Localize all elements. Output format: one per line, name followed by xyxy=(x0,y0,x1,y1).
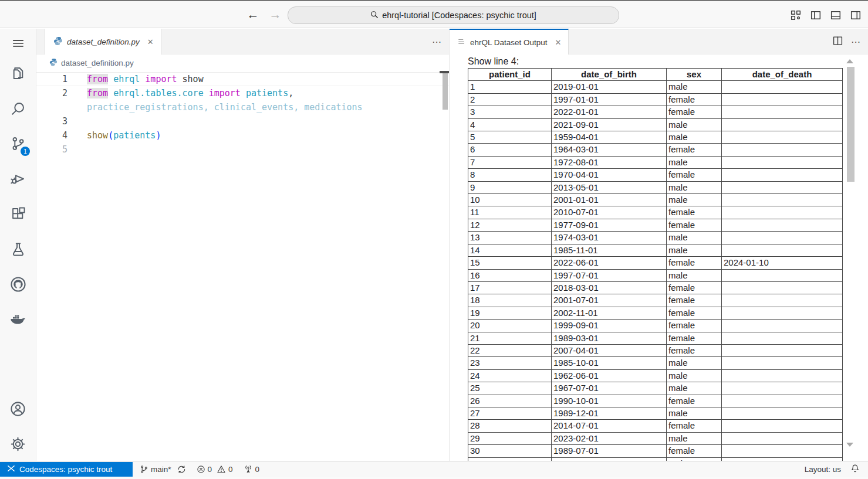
table-cell: 27 xyxy=(468,407,552,419)
close-tab-icon[interactable]: ✕ xyxy=(555,38,562,47)
search-sidebar-icon[interactable] xyxy=(0,95,36,122)
branch-item[interactable]: main* xyxy=(136,462,190,477)
line-number: 1 xyxy=(36,72,67,86)
ports-item[interactable]: 0 xyxy=(240,462,264,477)
table-row: 201999-09-01female xyxy=(468,320,843,332)
code-line[interactable]: 2from ehrql.tables.core import patients, xyxy=(36,86,449,100)
toggle-secondary-sidebar-icon[interactable] xyxy=(850,9,861,21)
table-cell: male xyxy=(667,232,722,244)
table-cell: 2010-07-01 xyxy=(552,206,667,219)
settings-gear-icon[interactable] xyxy=(0,430,36,457)
close-tab-icon[interactable]: ✕ xyxy=(147,38,154,46)
table-cell xyxy=(722,457,843,461)
table-cell xyxy=(722,382,843,395)
table-row: 71972-08-01male xyxy=(468,156,843,168)
tab-dataset-definition[interactable]: dataset_definition.py ✕ xyxy=(45,29,161,55)
table-row: 21997-01-01female xyxy=(468,93,843,106)
table-cell: 5 xyxy=(468,131,552,144)
table-cell: 2022-06-01 xyxy=(552,257,667,269)
breadcrumb[interactable]: dataset_definition.py xyxy=(36,55,449,71)
dataset-output-webview: Show line 4: patient_iddate_of_birthsexd… xyxy=(450,55,868,461)
table-cell xyxy=(722,194,843,206)
scroll-down-arrow[interactable] xyxy=(846,443,853,447)
toggle-primary-sidebar-icon[interactable] xyxy=(810,9,821,21)
notifications-bell-icon[interactable] xyxy=(850,464,860,475)
code-line[interactable]: practice_registrations, clinical_events,… xyxy=(36,100,449,114)
table-cell xyxy=(722,445,843,457)
search-label: ehrql-tutorial [Codespaces: psychic trou… xyxy=(382,11,536,20)
sync-icon[interactable] xyxy=(177,465,186,474)
accounts-icon[interactable] xyxy=(0,395,36,422)
github-icon[interactable] xyxy=(0,271,36,298)
table-cell xyxy=(722,281,843,294)
table-cell: female xyxy=(667,320,722,332)
status-bar: Codespaces: psychic trout main* xyxy=(0,461,868,477)
table-cell xyxy=(722,206,843,219)
table-cell: 21 xyxy=(468,332,552,344)
table-cell: male xyxy=(667,269,722,281)
problems-item[interactable]: 0 0 xyxy=(193,462,237,477)
run-and-debug-icon[interactable] xyxy=(0,165,36,192)
panel-more-actions-icon[interactable]: ⋯ xyxy=(851,36,861,47)
back-arrow[interactable]: ← xyxy=(246,8,259,21)
table-row: 32022-01-01female xyxy=(468,106,843,118)
remote-indicator[interactable]: Codespaces: psychic trout xyxy=(0,462,133,477)
table-cell: male xyxy=(667,457,722,461)
remote-icon xyxy=(7,464,15,474)
table-cell: 1 xyxy=(468,81,552,93)
split-editor-icon[interactable] xyxy=(833,36,843,48)
table-row: 271989-12-01male xyxy=(468,407,843,419)
table-cell: 2007-04-01 xyxy=(552,344,667,356)
code-line[interactable]: 3 xyxy=(36,114,449,128)
table-cell xyxy=(722,395,843,407)
warning-count: 0 xyxy=(228,465,233,474)
explorer-icon[interactable] xyxy=(0,60,36,87)
table-cell: 18 xyxy=(468,294,552,307)
docker-icon[interactable] xyxy=(0,306,36,333)
table-cell: female xyxy=(667,344,722,356)
table-row: 131974-03-01male xyxy=(468,232,843,244)
extensions-icon[interactable] xyxy=(0,201,36,227)
layout-item[interactable]: Layout: us xyxy=(801,462,845,477)
error-icon xyxy=(197,465,205,474)
table-cell: 11 xyxy=(468,206,552,219)
table-row: 51959-04-01male xyxy=(468,131,843,144)
table-cell: 1989-12-01 xyxy=(552,407,667,419)
code-line[interactable]: 4show(patients) xyxy=(36,128,449,142)
column-header: date_of_birth xyxy=(552,69,667,81)
table-cell: 2023-02-01 xyxy=(552,432,667,444)
table-cell: female xyxy=(667,281,722,294)
editor-scrollbar-thumb[interactable] xyxy=(443,73,448,110)
editor-more-actions-icon[interactable]: ⋯ xyxy=(432,36,442,47)
table-cell: 4 xyxy=(468,118,552,131)
tab-ehrql-dataset-output[interactable]: ehrQL Dataset Output ✕ xyxy=(450,29,569,55)
table-row: 161997-07-01male xyxy=(468,269,843,281)
code-line[interactable]: 1from ehrql import show xyxy=(36,72,449,86)
webview-scrollbar-thumb[interactable] xyxy=(847,67,855,182)
table-cell: female xyxy=(667,420,722,432)
table-cell: 2024-01-10 xyxy=(722,257,843,269)
ports-count: 0 xyxy=(255,465,260,474)
table-cell xyxy=(722,131,843,144)
forward-arrow[interactable]: → xyxy=(269,8,282,21)
code-editor[interactable]: 1from ehrql import show2from ehrql.table… xyxy=(36,71,449,157)
table-cell: female xyxy=(667,219,722,231)
command-center-search[interactable]: ehrql-tutorial [Codespaces: psychic trou… xyxy=(288,6,619,24)
menu-icon[interactable] xyxy=(0,30,36,57)
table-row: 192002-11-01female xyxy=(468,307,843,319)
background-window-strip: THEW HEALTH SETTINGS ↔ SETTINGS xyxy=(0,477,868,479)
table-row: 241962-06-01male xyxy=(468,369,843,382)
customize-layout-icon[interactable] xyxy=(790,9,801,21)
code-line[interactable]: 5 xyxy=(36,142,449,157)
table-cell: male xyxy=(667,244,722,256)
testing-beaker-icon[interactable] xyxy=(0,236,36,263)
source-control-icon[interactable]: 1 xyxy=(0,130,36,157)
table-cell xyxy=(722,357,843,369)
table-cell: 1972-08-01 xyxy=(552,156,667,168)
table-cell: male xyxy=(667,131,722,144)
table-cell: 22 xyxy=(468,344,552,356)
scroll-up-arrow[interactable] xyxy=(846,59,853,63)
table-cell xyxy=(722,332,843,344)
table-row: 211989-03-01female xyxy=(468,332,843,344)
toggle-panel-icon[interactable] xyxy=(830,9,841,21)
